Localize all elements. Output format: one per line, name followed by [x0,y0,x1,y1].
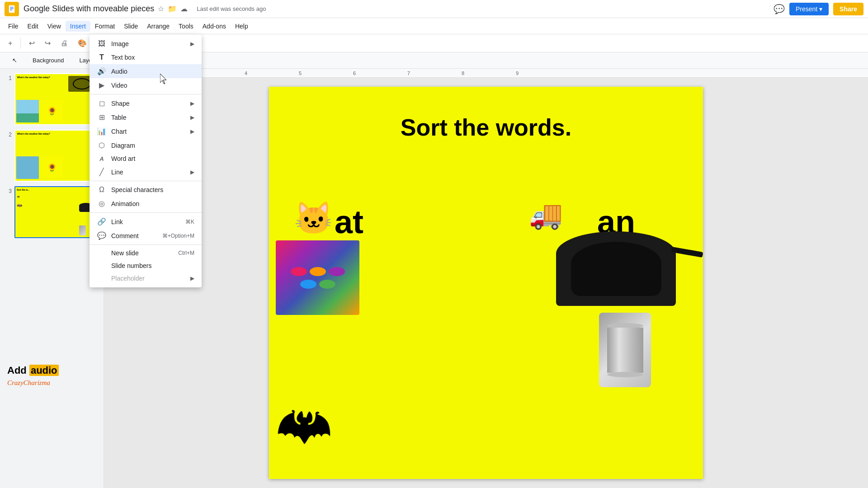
slide-number-2: 2 [4,130,12,138]
menu-bar: File Edit View Insert Format Slide Arran… [0,18,868,34]
paint-format-button[interactable]: 🎨 [74,37,90,49]
slides-panel: 1 What's the weather like today? 🌻 [0,69,104,488]
link-menu-icon: 🔗 [97,217,107,226]
menu-tools[interactable]: Tools [174,21,198,32]
menu-item-video[interactable]: ▶ Video [90,78,202,92]
present-button[interactable]: Present ▾ [789,3,829,15]
table-menu-label: Table [111,114,190,121]
pan-image [556,231,676,306]
menu-item-slide-numbers[interactable]: Slide numbers [90,259,202,272]
menu-help[interactable]: Help [231,21,253,32]
wordart-menu-label: Word art [111,155,194,162]
menu-insert[interactable]: Insert [66,21,90,32]
image-menu-icon: 🖼 [97,40,107,48]
audio-highlight: audio [29,365,59,376]
menu-item-chart[interactable]: 📊 Chart ▶ [90,124,202,138]
roll-2 [310,267,326,276]
roll-1 [291,267,307,276]
diagram-menu-icon: ⬡ [97,141,107,150]
roll-5 [319,280,335,289]
menu-arrange[interactable]: Arrange [142,21,174,32]
audio-menu-icon: 🔊 [97,67,107,75]
menu-item-placeholder[interactable]: Placeholder ▶ [90,272,202,285]
slide-numbers-menu-label: Slide numbers [111,262,194,269]
menu-item-comment[interactable]: 💬 Comment ⌘+Option+M [90,229,202,243]
menu-item-shape[interactable]: ◻ Shape ▶ [90,96,202,110]
ruler-mark: 9 [490,70,544,76]
truck-emoji: 🚚 [529,199,563,231]
redo-button[interactable]: ↪ [41,37,54,49]
document-title: Google Slides with moveable pieces [24,4,154,14]
menu-item-textbox[interactable]: T Text box [90,51,202,64]
add-prefix: Add [7,365,29,376]
menu-item-image[interactable]: 🖼 Image ▶ [90,37,202,51]
comment-menu-label: Comment [111,232,162,239]
menu-item-special-chars[interactable]: Ω Special characters [90,183,202,197]
can-content [607,313,643,387]
menu-file[interactable]: File [4,21,23,32]
menu-format[interactable]: Format [90,21,119,32]
pan-handle [671,247,703,258]
menu-item-line[interactable]: ╱ Line ▶ [90,165,202,179]
menu-item-audio[interactable]: 🔊 Audio [90,64,202,78]
menu-item-new-slide[interactable]: New slide Ctrl+M [90,247,202,259]
canvas-area: 2 3 4 5 6 7 8 9 Sort the words. 🐱 at 🚚 a… [104,69,868,488]
select-tool[interactable]: ↖ [6,55,23,66]
diagram-menu-label: Diagram [111,142,194,149]
comments-icon[interactable]: 💬 [774,4,785,14]
thumb-bat: 🦇 [17,203,22,208]
add-audio-text: Add audio [7,365,96,376]
print-button[interactable]: 🖨 [57,38,71,49]
placeholder-submenu-arrow: ▶ [190,275,194,282]
video-menu-icon: ▶ [97,81,107,89]
slide-panel-bottom: Add audio CrazyCharizma [4,365,100,387]
chart-menu-label: Chart [111,128,190,135]
shape-menu-label: Shape [111,100,190,107]
link-menu-label: Link [111,218,185,225]
menu-addons[interactable]: Add-ons [198,21,231,32]
slide-image-3: Sort the w... at an 🦇 [14,186,98,238]
new-slide-shortcut: Ctrl+M [178,250,194,256]
ruler-mark: 4 [219,70,273,76]
thumb-text-sort: Sort the w... [17,188,29,191]
brand-label: CrazyCharizma [7,379,96,387]
slide-number-1: 1 [4,73,12,81]
slide-number-3: 3 [4,186,12,194]
add-button[interactable]: + [5,38,16,49]
pan-content [556,231,676,306]
comment-shortcut: ⌘+Option+M [162,233,194,239]
link-shortcut: ⌘K [185,219,194,225]
menu-item-diagram[interactable]: ⬡ Diagram [90,138,202,152]
menu-item-animation[interactable]: ◎ Animation [90,197,202,211]
slide-thumbnail-1[interactable]: 1 What's the weather like today? 🌻 [4,73,100,125]
menu-view[interactable]: View [43,21,66,32]
last-edit-status: Last edit was seconds ago [197,5,266,12]
share-button[interactable]: Share [833,3,863,15]
table-submenu-arrow: ▶ [190,114,194,121]
star-icon[interactable]: ☆ [158,5,164,13]
line-submenu-arrow: ▶ [190,169,194,175]
undo-button[interactable]: ↩ [25,37,38,49]
slide-thumbnail-2[interactable]: 2 What's the weather like today? 🌻 [4,130,100,182]
at-word-label: at [335,203,363,240]
can-bottom [607,372,643,377]
top-right-actions: 💬 Present ▾ Share [774,3,863,15]
menu-item-table[interactable]: ⊞ Table ▶ [90,110,202,124]
folder-icon[interactable]: 📁 [168,5,177,13]
menu-edit[interactable]: Edit [23,21,43,32]
yarn-row-2 [300,280,335,289]
ruler-mark: 5 [273,70,327,76]
video-menu-label: Video [111,82,194,89]
menu-slide[interactable]: Slide [119,21,142,32]
menu-item-wordart[interactable]: A Word art [90,152,202,165]
shape-menu-icon: ◻ [97,99,107,108]
menu-item-link[interactable]: 🔗 Link ⌘K [90,215,202,229]
textbox-menu-label: Text box [111,54,194,61]
thumb-text-2: What's the weather like today? [17,132,50,135]
thumb-can [79,225,86,235]
chart-menu-icon: 📊 [97,127,107,136]
animation-menu-label: Animation [111,200,194,207]
slide-thumbnail-3[interactable]: 3 Sort the w... at an 🦇 [4,186,100,238]
background-button[interactable]: Background [27,55,70,66]
cloud-icon[interactable]: ☁ [180,5,188,13]
